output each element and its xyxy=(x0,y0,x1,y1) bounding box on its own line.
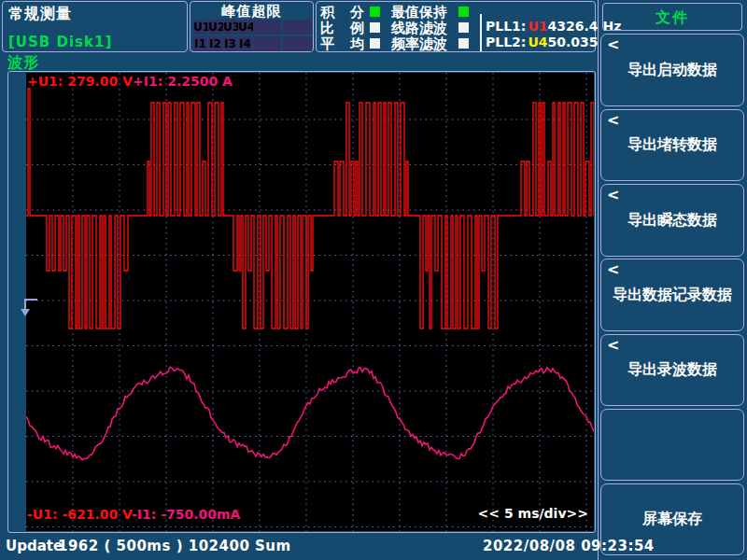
button-export-waveform-record-data[interactable]: < 导出录波数据 xyxy=(600,334,744,406)
integral-indicator xyxy=(370,7,380,17)
pll1-row: PLL1:U1 4326.4 Hz xyxy=(486,19,594,35)
waveform-plot-area: +U1: 279.00 V+I1: 2.2500 A -U1: -621.00 … xyxy=(26,73,594,531)
u1-top-scale: +U1: 279.00 V xyxy=(27,74,133,89)
button-empty-softkey[interactable]: < xyxy=(600,409,744,481)
peak-over-limit-panel: 峰值超限 U1 U2 U3 U4 I1 I2 I3 I4 xyxy=(190,1,314,52)
chevron-left-icon: < xyxy=(607,35,619,53)
update-label: Update xyxy=(6,538,63,554)
timebase-label: << 5 ms/div>> xyxy=(478,506,588,521)
i1-top-scale: +I1: 2.2500 A xyxy=(133,74,233,89)
peak-cell-u4: U4 xyxy=(238,20,252,35)
scale-indicator xyxy=(370,22,380,33)
peak-cell-i1: I1 xyxy=(193,36,207,51)
toggle-average-char2: 均 xyxy=(350,35,364,53)
u1-bottom-scale: -U1: -621.00 V xyxy=(27,507,132,522)
button-label: 导出堵转数据 xyxy=(627,135,717,155)
waveform-display: +U1: 279.00 V+I1: 2.2500 A -U1: -621.00 … xyxy=(7,71,596,533)
max-hold-indicator xyxy=(458,7,469,17)
freq-filter-indicator xyxy=(458,38,469,49)
scale-label-top: +U1: 279.00 V+I1: 2.2500 A xyxy=(27,74,233,89)
chevron-left-icon: < xyxy=(607,260,619,278)
peak-cell-u2: U2 xyxy=(208,20,222,35)
button-label: 导出瞬态数据 xyxy=(627,211,717,231)
power-analyzer-screen: 常规测量 [USB Disk1] 峰值超限 U1 U2 U3 U4 I1 I2 … xyxy=(0,0,747,560)
button-label: 导出启动数据 xyxy=(627,61,717,80)
sidebar-title-file-menu: 文件 xyxy=(602,3,742,31)
freq-filter-label: 频率滤波 xyxy=(391,35,447,53)
mode-label: 常规测量 xyxy=(8,5,72,24)
sidebar-divider xyxy=(598,0,599,560)
datetime-display: 2022/08/08 09:23:54 xyxy=(483,538,655,554)
peak-cell-i3: I3 xyxy=(223,36,237,51)
chevron-left-icon: < xyxy=(607,111,619,129)
pll-readouts: PLL1:U1 4326.4 Hz PLL2:U4 50.035 Hz xyxy=(486,19,594,50)
pll2-label: PLL2: xyxy=(486,35,526,49)
peak-cell-empty xyxy=(283,36,312,51)
button-label: 屏幕保存 xyxy=(642,510,702,529)
button-export-transient-data[interactable]: < 导出瞬态数据 xyxy=(600,184,744,257)
toggle-average-char1: 平 xyxy=(320,35,334,53)
pll1-source: U1 xyxy=(528,19,547,34)
peak-cell-empty xyxy=(253,36,281,51)
average-indicator xyxy=(370,38,380,49)
peak-cell-u3: U3 xyxy=(223,20,237,35)
trigger-position-marker xyxy=(17,296,39,320)
scale-label-bottom: -U1: -621.00 V-I1: -750.00mA xyxy=(27,507,240,522)
button-export-data-record-data[interactable]: < 导出数据记录数据 xyxy=(600,259,744,331)
settings-pll-panel: 积 分 最值保持 比 例 线路滤波 平 均 频率滤波 PLL1:U1 4326.… xyxy=(316,1,596,52)
button-label: 导出数据记录数据 xyxy=(613,286,732,305)
update-counter: 1962 ( 500ms ) 102400 Sum xyxy=(58,538,291,554)
chevron-left-icon: < xyxy=(607,336,619,354)
i1-bottom-scale: -I1: -750.00mA xyxy=(132,507,241,522)
chevron-left-icon: < xyxy=(607,186,619,203)
pll2-source: U4 xyxy=(528,35,547,49)
waveform-traces xyxy=(26,73,594,531)
peak-cell-i4: I4 xyxy=(238,36,252,51)
measure-mode-panel: 常规测量 [USB Disk1] xyxy=(2,1,188,52)
peak-cell-empty xyxy=(283,20,312,35)
line-filter-indicator xyxy=(458,22,469,33)
button-export-startup-data[interactable]: < 导出启动数据 xyxy=(600,34,744,106)
usb-disk-status: [USB Disk1] xyxy=(8,34,112,50)
waveform-section-title: 波形 xyxy=(7,53,39,73)
pll2-row: PLL2:U4 50.035 Hz xyxy=(486,35,594,50)
button-export-locked-rotor-data[interactable]: < 导出堵转数据 xyxy=(600,109,744,181)
peak-cell-u1: U1 xyxy=(193,20,207,35)
peak-over-limit-title: 峰值超限 xyxy=(190,3,313,21)
pll-separator xyxy=(480,14,482,51)
pll1-label: PLL1: xyxy=(486,19,526,34)
peak-cell-i2: I2 xyxy=(208,36,222,51)
button-label: 导出录波数据 xyxy=(627,360,717,380)
peak-cell-empty xyxy=(253,20,281,35)
